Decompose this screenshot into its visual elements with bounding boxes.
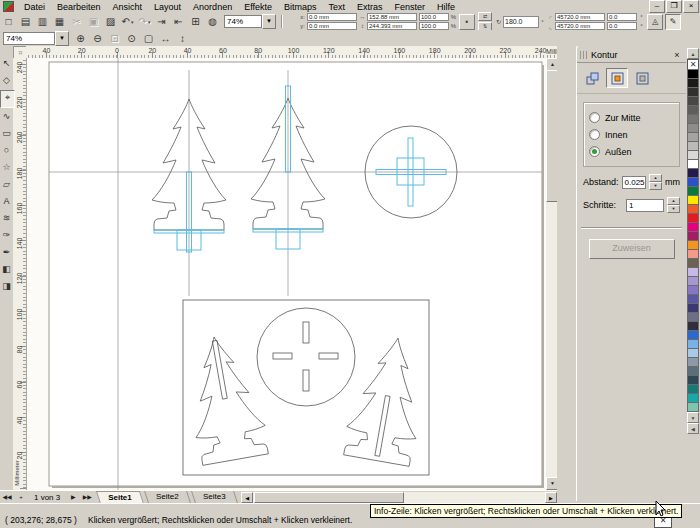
position-y-field[interactable]: 0.0 mm: [307, 22, 357, 30]
page-tab[interactable]: Seite3: [191, 491, 238, 503]
object-height-field[interactable]: 244.393 mm: [367, 22, 417, 30]
redo-icon[interactable]: ↷: [136, 14, 153, 29]
interactive-blend-tool[interactable]: ≋: [0, 211, 13, 227]
horizontal-scrollbar[interactable]: ◀ ▶: [241, 492, 557, 503]
close-button[interactable]: ×: [683, 0, 699, 13]
vertical-ruler[interactable]: Millimeter 24022020018016014012010080604…: [13, 58, 27, 490]
shape-tool[interactable]: ◇: [0, 73, 13, 89]
scale-x-field[interactable]: 100.0: [419, 13, 449, 21]
text-tool[interactable]: A: [0, 194, 13, 210]
nonproportional-lock-button[interactable]: ▪: [459, 14, 475, 30]
palette-swatch[interactable]: [687, 402, 699, 412]
offset-y-field[interactable]: 0.0: [607, 22, 637, 30]
zoom-value[interactable]: 74%: [3, 32, 55, 45]
fill-tool[interactable]: ◧: [0, 262, 13, 278]
abstand-field[interactable]: 0.025: [622, 176, 646, 189]
zoom-combo[interactable]: 74% ▼: [3, 32, 69, 45]
menu-item[interactable]: Bitmaps: [278, 2, 323, 12]
basic-shapes-tool[interactable]: ▱: [0, 177, 13, 193]
radius-bottom-field[interactable]: 45720.0 mm: [555, 22, 605, 30]
new-icon[interactable]: □: [0, 14, 17, 29]
menu-item[interactable]: Bearbeiten: [51, 2, 107, 12]
pick-tool[interactable]: ↖: [0, 56, 13, 72]
outline-tool[interactable]: ✒: [0, 245, 13, 261]
zoom-all-objects-icon[interactable]: ⊙: [123, 31, 140, 46]
outline-dialog-button[interactable]: ✎: [665, 14, 681, 30]
menu-item[interactable]: Fenster: [389, 2, 432, 12]
interactive-fill-tool[interactable]: ◨: [0, 279, 13, 295]
next-page-button[interactable]: ▶: [66, 492, 80, 503]
abstand-spinner[interactable]: ▲▼: [649, 174, 662, 190]
contour-inside-icon[interactable]: [606, 68, 628, 88]
apply-button[interactable]: Zuweisen: [589, 239, 675, 259]
eyedropper-tool[interactable]: ✑: [0, 228, 13, 244]
palette-scroll-down-icon[interactable]: ▼: [687, 412, 699, 423]
offset-x-field[interactable]: 0.0: [607, 13, 637, 21]
last-page-button[interactable]: ▶▶: [80, 492, 94, 503]
menu-item[interactable]: Effekte: [238, 2, 278, 12]
minimize-button[interactable]: –: [649, 0, 665, 13]
cut-icon[interactable]: ✂: [68, 14, 85, 29]
zoom-tool[interactable]: ⌖: [0, 90, 15, 108]
zoom-out-icon[interactable]: ⊖: [89, 31, 106, 46]
palette-flyout-icon[interactable]: ◀: [687, 423, 699, 434]
save-icon[interactable]: ▥: [34, 14, 51, 29]
paste-icon[interactable]: ▨: [102, 14, 119, 29]
schritte-spinner[interactable]: ▲▼: [667, 197, 680, 213]
horizontal-scroll-thumb[interactable]: [254, 492, 404, 503]
add-page-button[interactable]: +: [14, 492, 28, 503]
copy-icon[interactable]: ▣: [85, 14, 102, 29]
zoom-page-height-icon[interactable]: ↕: [174, 31, 191, 46]
menu-item[interactable]: Extras: [351, 2, 389, 12]
export-icon[interactable]: ⇤: [170, 14, 187, 29]
radius-top-field[interactable]: 45720.0 mm: [555, 13, 605, 21]
vertical-scrollbar[interactable]: ▲ ▼: [546, 58, 557, 490]
docker-close-icon[interactable]: ×: [671, 50, 683, 60]
contour-direction-radio[interactable]: Außen: [589, 143, 674, 160]
menu-item[interactable]: Layout: [148, 2, 187, 12]
mirror-horizontal-button[interactable]: ⇄: [478, 12, 492, 21]
contour-direction-radio[interactable]: Zur Mitte: [589, 109, 674, 126]
menu-item[interactable]: Hilfe: [431, 2, 461, 12]
corel-online-icon[interactable]: ◍: [204, 14, 221, 29]
drawing-svg[interactable]: [27, 58, 546, 490]
menu-item[interactable]: Anordnen: [187, 2, 238, 12]
restore-button[interactable]: ❒: [666, 0, 682, 13]
zoom-selected-icon[interactable]: ⊡: [106, 31, 123, 46]
rotation-field[interactable]: 180.0: [503, 16, 539, 28]
chevron-down-icon[interactable]: ▼: [55, 31, 69, 46]
polygon-tool[interactable]: ☆: [0, 160, 13, 176]
docker-splitter[interactable]: [557, 46, 576, 503]
docker-title-bar[interactable]: Kontur ×: [577, 48, 686, 63]
scroll-left-icon[interactable]: ◀: [241, 492, 253, 503]
page-tab[interactable]: Seite2: [144, 491, 191, 503]
import-icon[interactable]: ⇥: [153, 14, 170, 29]
chevron-down-icon[interactable]: ▼: [262, 14, 276, 29]
object-width-field[interactable]: 152.88 mm: [367, 13, 417, 21]
open-icon[interactable]: ▤: [17, 14, 34, 29]
schritte-field[interactable]: 1: [626, 199, 664, 212]
contour-to-center-icon[interactable]: [581, 68, 603, 88]
contour-outside-icon[interactable]: [631, 68, 653, 88]
palette-scroll-up-icon[interactable]: ▲: [687, 48, 699, 59]
position-x-field[interactable]: 0.0 mm: [307, 13, 357, 21]
docker-grip[interactable]: [580, 51, 588, 59]
undo-icon[interactable]: ↶: [119, 14, 136, 29]
zoom-page-icon[interactable]: ▢: [140, 31, 157, 46]
rectangle-tool[interactable]: ▭: [0, 126, 13, 142]
contour-direction-radio[interactable]: Innen: [589, 126, 674, 143]
ellipse-tool[interactable]: ○: [0, 143, 13, 159]
menu-item[interactable]: Datei: [18, 2, 51, 12]
first-page-button[interactable]: ◀◀: [0, 492, 14, 503]
zoom-in-icon[interactable]: ⊕: [72, 31, 89, 46]
menu-item[interactable]: Ansicht: [107, 2, 149, 12]
scale-y-field[interactable]: 100.0: [419, 22, 449, 30]
freehand-tool[interactable]: ∿: [0, 109, 13, 125]
zoom-level-value[interactable]: 74%: [224, 15, 262, 28]
convert-to-curves-button[interactable]: ◬: [647, 14, 663, 30]
scroll-right-icon[interactable]: ▶: [545, 492, 557, 503]
print-icon[interactable]: ▦: [51, 14, 68, 29]
app-launcher-icon[interactable]: ⊞: [187, 14, 204, 29]
zoom-level-combo[interactable]: 74% ▼: [224, 15, 276, 28]
menu-item[interactable]: Text: [323, 2, 352, 12]
